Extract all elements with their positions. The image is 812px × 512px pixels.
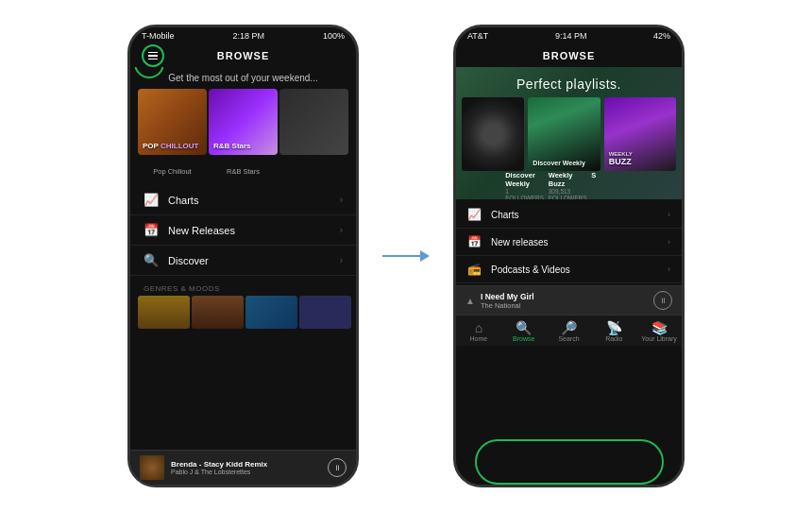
right-menu-list: 📈 Charts › 📅 New releases › 📻 Podcasts &… xyxy=(456,199,682,285)
discover-chevron: › xyxy=(340,255,343,265)
charts-menu-item[interactable]: 📈 Charts › xyxy=(130,185,356,215)
right-np-title: I Need My Girl xyxy=(481,292,653,301)
discover-label: Discover xyxy=(168,255,340,266)
album-tile-third[interactable] xyxy=(279,89,348,155)
left-status-bar: T-Mobile 2:18 PM 100% xyxy=(130,27,356,44)
left-menu-list: 📈 Charts › 📅 New Releases › 🔍 Discover › xyxy=(130,181,356,280)
dw-followers: 1 FOLLOWERS xyxy=(505,188,547,199)
genre-thumb-2[interactable] xyxy=(192,296,244,329)
right-podcasts-icon: 📻 xyxy=(467,263,482,276)
hamburger-icon xyxy=(148,52,158,60)
right-now-playing: ▲ I Need My Girl The National ⏸ xyxy=(456,285,682,315)
right-status-bar: AT&T 9:14 PM 42% xyxy=(456,27,682,44)
right-charts-label: Charts xyxy=(491,210,668,220)
transition-arrow xyxy=(378,250,434,262)
now-playing-thumb xyxy=(140,455,164,480)
dw-meta: Discover Weekly 1 FOLLOWERS xyxy=(505,171,547,199)
album-tile-rnb[interactable]: R&B Stars xyxy=(209,89,278,155)
new-releases-chevron: › xyxy=(340,225,343,235)
discover-menu-item[interactable]: 🔍 Discover › xyxy=(130,246,356,276)
left-top-bar: BROWSE xyxy=(130,44,356,67)
genre-thumbs xyxy=(130,296,356,329)
pause-button[interactable]: ⏸ xyxy=(328,458,347,477)
right-new-releases-item[interactable]: 📅 New releases › xyxy=(456,229,682,256)
nav-browse[interactable]: 🔍 Browse xyxy=(501,319,547,344)
new-releases-menu-item[interactable]: 📅 New Releases › xyxy=(130,215,356,246)
right-charts-chevron: › xyxy=(668,210,670,219)
album-tile-pop[interactable]: POP CHILLOUT xyxy=(138,89,207,155)
home-label: Home xyxy=(470,335,488,342)
left-phone: T-Mobile 2:18 PM 100% BROWSE Get the mos… xyxy=(127,25,359,487)
right-new-releases-chevron: › xyxy=(668,237,670,247)
library-icon: 📚 xyxy=(651,321,668,334)
wb-followers: 309,513 FOLLOWERS xyxy=(549,188,590,199)
right-podcasts-label: Podcasts & Videos xyxy=(491,265,668,275)
nav-home[interactable]: ⌂ Home xyxy=(456,319,501,344)
right-np-info: I Need My Girl The National xyxy=(481,292,653,310)
charts-icon: 📈 xyxy=(144,193,159,207)
genre-thumb-4[interactable] xyxy=(299,296,351,329)
right-podcasts-item[interactable]: 📻 Podcasts & Videos › xyxy=(456,256,682,283)
right-content: Perfect playlists. Discover Weekly WEEKL… xyxy=(456,67,682,485)
genre-thumb-1[interactable] xyxy=(138,296,190,329)
right-phone: AT&T 9:14 PM 42% BROWSE Perfect playlist… xyxy=(453,25,685,487)
hero-albums: Discover Weekly WEEKLY BUZZ xyxy=(456,92,682,171)
hero-section: Perfect playlists. Discover Weekly WEEKL… xyxy=(456,67,682,199)
rnb-label: R&B Stars xyxy=(213,142,251,150)
new-releases-icon: 📅 xyxy=(144,223,159,237)
right-new-releases-label: New releases xyxy=(491,237,668,247)
nav-radio[interactable]: 📡 Radio xyxy=(591,319,636,344)
now-playing-artist: Pablo J & The Lobsterettes xyxy=(171,469,328,475)
hero-title: Perfect playlists. xyxy=(516,77,621,92)
expand-icon: ▲ xyxy=(465,296,475,306)
left-content: Get the most out of your weekend... POP … xyxy=(130,67,356,485)
dw-name: Discover Weekly xyxy=(533,160,595,166)
s-meta-name: S xyxy=(591,171,633,179)
s-meta: S xyxy=(591,171,633,199)
now-playing-info: Brenda - Stacy Kidd Remix Pablo J & The … xyxy=(171,460,328,475)
right-podcasts-chevron: › xyxy=(668,265,670,274)
right-battery: 42% xyxy=(653,31,670,41)
search-label: Search xyxy=(558,335,579,342)
pop-chillout-name: Pop Chillout xyxy=(145,165,198,179)
right-top-bar: BROWSE xyxy=(456,44,682,67)
hero-album-dw[interactable]: Discover Weekly xyxy=(528,97,600,171)
left-battery: 100% xyxy=(323,31,345,41)
browse-nav-label: Browse xyxy=(513,335,534,342)
left-carrier: T-Mobile xyxy=(142,31,175,41)
charts-chevron: › xyxy=(340,195,343,205)
right-charts-icon: 📈 xyxy=(467,208,482,221)
hero-album-disc[interactable] xyxy=(462,97,524,171)
left-subtitle: Get the most out of your weekend... xyxy=(130,67,356,89)
genre-thumb-3[interactable] xyxy=(245,296,297,329)
wb-meta-name: Weekly Buzz xyxy=(549,171,590,188)
pop-label: POP CHILLOUT xyxy=(143,142,198,150)
right-charts-item[interactable]: 📈 Charts › xyxy=(456,201,682,229)
wb-meta: Weekly Buzz 309,513 FOLLOWERS xyxy=(549,171,590,199)
wb-label: WEEKLY BUZZ xyxy=(609,151,671,166)
now-playing-title: Brenda - Stacy Kidd Remix xyxy=(171,460,328,469)
radio-icon: 📡 xyxy=(606,321,622,334)
right-np-artist: The National xyxy=(481,301,653,310)
charts-label: Charts xyxy=(168,195,340,206)
album-grid: POP CHILLOUT R&B Stars xyxy=(130,89,356,155)
new-releases-label: New Releases xyxy=(168,225,340,236)
dw-label: Discover Weekly xyxy=(533,160,595,166)
left-time: 2:18 PM xyxy=(232,31,264,41)
left-now-playing: Brenda - Stacy Kidd Remix Pablo J & The … xyxy=(130,450,356,485)
nav-search[interactable]: 🔎 Search xyxy=(547,319,592,344)
left-browse-title: BROWSE xyxy=(217,50,270,61)
menu-button[interactable] xyxy=(142,44,164,67)
dw-meta-name: Discover Weekly xyxy=(505,171,547,188)
nav-library[interactable]: 📚 Your Library xyxy=(636,319,682,344)
library-label: Your Library xyxy=(641,335,677,342)
right-pause-button[interactable]: ⏸ xyxy=(653,291,672,310)
hero-album-wb[interactable]: WEEKLY BUZZ xyxy=(604,97,676,171)
search-icon: 🔎 xyxy=(561,321,577,334)
home-icon: ⌂ xyxy=(475,321,482,334)
bottom-nav: ⌂ Home 🔍 Browse 🔎 Search 📡 Radio 📚 xyxy=(456,315,682,346)
wb-name: BUZZ xyxy=(609,157,671,166)
right-browse-title: BROWSE xyxy=(543,50,596,61)
right-arrow-icon xyxy=(382,250,430,262)
discover-icon: 🔍 xyxy=(144,253,159,267)
